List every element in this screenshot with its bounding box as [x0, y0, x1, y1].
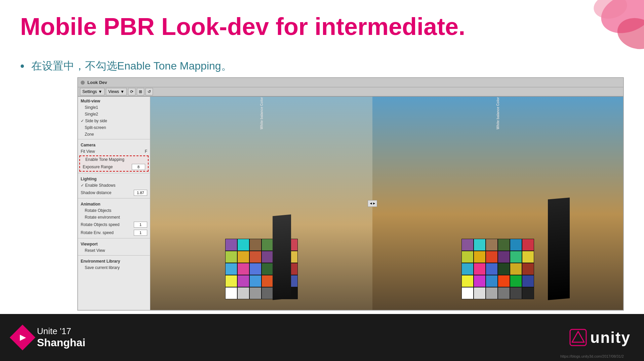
color-cell	[261, 287, 274, 299]
color-cell	[498, 275, 510, 287]
color-cell	[249, 287, 261, 299]
color-cell	[237, 239, 249, 251]
color-row	[461, 287, 534, 299]
color-cell	[486, 251, 498, 263]
color-cell	[510, 251, 522, 263]
viewport-left: White balance Color chart	[150, 97, 372, 310]
fit-view-item[interactable]: Fit View F	[78, 148, 150, 155]
divider-4	[78, 238, 150, 238]
color-row	[461, 239, 534, 251]
color-cell	[261, 239, 274, 251]
color-cell	[486, 275, 498, 287]
enable-tone-mapping-item[interactable]: Enable Tone Mapping	[80, 156, 148, 163]
side-by-side-item[interactable]: Side by side	[78, 118, 150, 124]
split-icon-btn[interactable]: ⊞	[137, 88, 144, 95]
svg-marker-4	[572, 331, 584, 342]
cube-right-side	[548, 197, 570, 300]
color-cell	[461, 275, 474, 287]
lookdev-title: Look Dev	[87, 80, 107, 85]
settings-panel: Multi-view Single1 Single2 Side by side …	[78, 97, 150, 310]
single1-item[interactable]: Single1	[78, 104, 150, 111]
color-cell	[522, 275, 534, 287]
unite-text: Unite '17 Shanghai	[37, 326, 85, 349]
exposure-range-input[interactable]	[132, 164, 145, 170]
save-library-item[interactable]: Save current library	[78, 264, 150, 271]
zone-item[interactable]: Zone	[78, 131, 150, 138]
rotate-objects-speed-label: Rotate Objects speed	[81, 222, 119, 227]
color-cell	[225, 275, 237, 287]
color-cell	[510, 263, 522, 275]
color-cell	[498, 287, 510, 299]
lookdev-toolbar: Settings ▼ Views ▼ ⟳ ⊞ ↺	[78, 87, 623, 97]
rotate-objects-item[interactable]: Rotate Objects	[78, 207, 150, 214]
title-area: Mobile PBR Look-dev for intermediate.	[20, 13, 563, 40]
color-cell	[237, 287, 249, 299]
shadow-distance-row: Shadow distance	[78, 189, 150, 197]
color-row	[461, 263, 534, 275]
color-cell	[461, 287, 474, 299]
unite-title: Unite '17	[37, 326, 85, 336]
color-cell	[522, 239, 534, 251]
viewport-area: White balance Color chart White balance …	[150, 97, 623, 310]
animation-header: Animation	[78, 200, 150, 207]
viewport-splitter[interactable]: ◄►	[368, 200, 377, 207]
views-dropdown[interactable]: Views ▼	[106, 88, 127, 95]
svg-point-2	[592, 0, 629, 21]
sync-icon-btn[interactable]: ⟳	[128, 88, 135, 95]
split-screen-item[interactable]: Split-screen	[78, 124, 150, 131]
color-chart-label-right: White balance Color chart	[496, 97, 500, 129]
color-cell	[237, 251, 249, 263]
window-dot	[81, 81, 85, 85]
bullet-text: 在设置中，不勾选Enable Tone Mapping。	[31, 59, 232, 74]
unite-subtitle: Shanghai	[37, 336, 85, 349]
color-cell	[261, 251, 274, 263]
unity-text: unity	[590, 328, 631, 347]
color-cell	[522, 263, 534, 275]
enable-shadows-item[interactable]: Enable Shadows	[78, 182, 150, 189]
color-cell	[474, 287, 486, 299]
color-cell	[474, 263, 486, 275]
divider-3	[78, 198, 150, 198]
svg-point-1	[614, 14, 644, 53]
color-cell	[510, 239, 522, 251]
divider-2	[78, 173, 150, 173]
color-cell	[474, 251, 486, 263]
color-cell	[261, 275, 274, 287]
splitter-icon: ◄►	[369, 201, 376, 205]
unite-logo: ▶ Unite '17 Shanghai	[13, 326, 85, 349]
color-cell	[474, 275, 486, 287]
unity-icon	[569, 329, 587, 346]
color-cell	[225, 287, 237, 299]
diamond-container: ▶	[13, 328, 32, 347]
color-cell	[461, 239, 474, 251]
rotate-environment-item[interactable]: Rotate environment	[78, 214, 150, 221]
lookdev-titlebar: Look Dev	[78, 78, 623, 87]
lookdev-body: Multi-view Single1 Single2 Side by side …	[78, 97, 623, 310]
exposure-range-label: Exposure Range	[83, 165, 113, 169]
color-cell	[461, 251, 474, 263]
settings-dropdown[interactable]: Settings ▼	[80, 88, 105, 95]
reset-view-item[interactable]: Reset View	[78, 247, 150, 254]
color-cell	[225, 251, 237, 263]
color-cell	[510, 287, 522, 299]
viewport-right: White balance Color chart	[372, 97, 623, 310]
shadow-distance-label: Shadow distance	[81, 190, 111, 195]
color-cell	[486, 287, 498, 299]
svg-point-0	[596, 0, 644, 40]
color-cell	[237, 275, 249, 287]
diamond-icon: ▶	[20, 333, 26, 342]
rotate-env-speed-row: Rotate Env. speed	[78, 229, 150, 237]
color-chart-label-left: White balance Color chart	[259, 97, 263, 129]
exposure-range-row: Exposure Range	[80, 163, 148, 171]
refresh-icon-btn[interactable]: ↺	[146, 88, 153, 95]
rotate-env-speed-input[interactable]	[134, 230, 147, 236]
bullet-area: • 在设置中，不勾选Enable Tone Mapping。	[20, 59, 624, 74]
camera-header: Camera	[78, 141, 150, 148]
views-label: Views	[108, 89, 119, 94]
views-arrow: ▼	[120, 89, 124, 94]
single2-item[interactable]: Single2	[78, 111, 150, 118]
shadow-distance-input[interactable]	[134, 190, 147, 196]
rotate-env-speed-label: Rotate Env. speed	[81, 230, 114, 235]
bullet-dot: •	[20, 59, 25, 73]
rotate-objects-speed-input[interactable]	[134, 222, 147, 228]
